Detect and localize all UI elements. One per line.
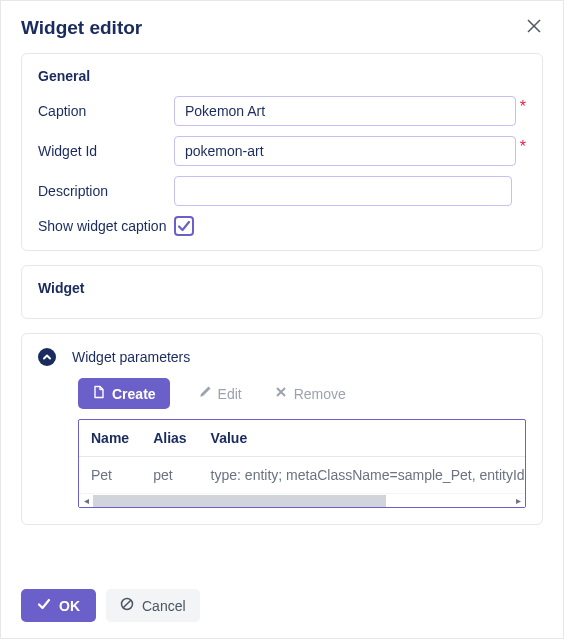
edit-label: Edit [218, 386, 242, 402]
file-icon [92, 385, 106, 402]
parameters-panel: Widget parameters Create Edit [21, 333, 543, 525]
widget-legend: Widget [38, 280, 526, 296]
collapse-button[interactable] [38, 348, 56, 366]
parameters-body: Create Edit Remove [38, 378, 526, 508]
dialog-title: Widget editor [21, 17, 142, 39]
caption-input[interactable] [174, 96, 516, 126]
create-label: Create [112, 386, 156, 402]
close-icon [527, 19, 541, 33]
ok-label: OK [59, 598, 80, 614]
svg-line-5 [123, 600, 131, 608]
scroll-left-icon: ◂ [79, 494, 93, 508]
close-button[interactable] [525, 17, 543, 35]
widget-id-input[interactable] [174, 136, 516, 166]
caption-row: Caption * [38, 96, 526, 126]
check-icon [37, 597, 51, 614]
required-mark: * [520, 138, 526, 156]
scroll-right-icon: ▸ [511, 494, 525, 508]
cell-name: Pet [79, 457, 141, 494]
col-name-header[interactable]: Name [79, 420, 141, 457]
widget-id-label: Widget Id [38, 143, 174, 159]
parameters-legend: Widget parameters [72, 349, 190, 365]
remove-button[interactable]: Remove [270, 378, 350, 409]
cell-value: type: entity; metaClassName=sample_Pet, … [199, 457, 526, 494]
required-mark: * [520, 98, 526, 116]
widget-panel: Widget [21, 265, 543, 319]
ok-button[interactable]: OK [21, 589, 96, 622]
remove-label: Remove [294, 386, 346, 402]
show-caption-checkbox[interactable] [174, 216, 194, 236]
table-row[interactable]: Pet pet type: entity; metaClassName=samp… [79, 457, 526, 494]
cancel-button[interactable]: Cancel [106, 589, 200, 622]
col-alias-header[interactable]: Alias [141, 420, 198, 457]
show-caption-label: Show widget caption [38, 218, 166, 234]
cancel-icon [120, 597, 134, 614]
scroll-thumb[interactable] [93, 495, 386, 507]
dialog-header: Widget editor [21, 17, 543, 39]
scroll-track [93, 495, 511, 507]
parameters-header: Widget parameters [38, 348, 526, 366]
description-label: Description [38, 183, 174, 199]
chevron-up-icon [42, 352, 52, 362]
table-header-row: Name Alias Value [79, 420, 526, 457]
col-value-header[interactable]: Value [199, 420, 526, 457]
description-input[interactable] [174, 176, 512, 206]
edit-button[interactable]: Edit [194, 378, 246, 409]
create-button[interactable]: Create [78, 378, 170, 409]
widget-editor-dialog: Widget editor General Caption * Widget I… [0, 0, 564, 639]
parameters-table-wrap: Name Alias Value Pet pet type: entity; m… [78, 419, 526, 508]
horizontal-scrollbar[interactable]: ◂ ▸ [79, 493, 525, 507]
show-caption-row: Show widget caption [38, 216, 526, 236]
dialog-footer: OK Cancel [21, 575, 543, 622]
pencil-icon [198, 385, 212, 402]
cell-alias: pet [141, 457, 198, 494]
widget-id-row: Widget Id * [38, 136, 526, 166]
parameters-toolbar: Create Edit Remove [78, 378, 526, 409]
cancel-label: Cancel [142, 598, 186, 614]
parameters-table: Name Alias Value Pet pet type: entity; m… [79, 420, 526, 493]
check-icon [177, 219, 191, 233]
description-row: Description [38, 176, 526, 206]
general-legend: General [38, 68, 526, 84]
general-panel: General Caption * Widget Id * Descriptio… [21, 53, 543, 251]
remove-icon [274, 385, 288, 402]
caption-label: Caption [38, 103, 174, 119]
